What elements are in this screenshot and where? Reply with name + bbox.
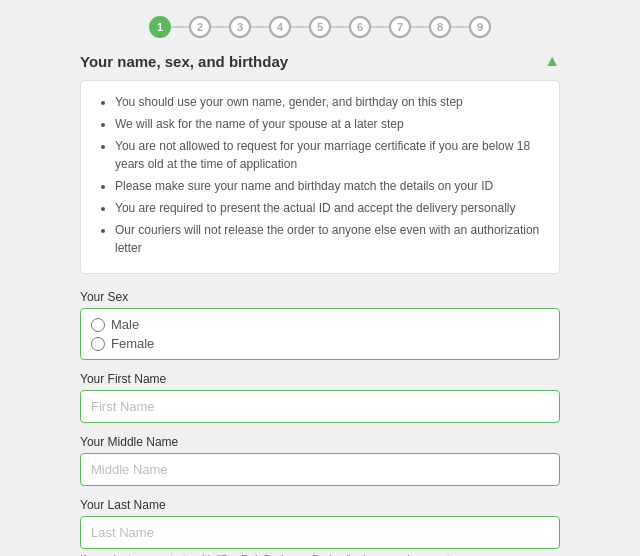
list-item: Please make sure your name and birthday …	[115, 177, 543, 195]
last-name-label: Your Last Name	[80, 498, 560, 512]
first-name-group: Your First Name	[80, 372, 560, 423]
step-2: 2	[189, 16, 211, 38]
sex-female-radio[interactable]	[91, 337, 105, 351]
first-name-label: Your First Name	[80, 372, 560, 386]
sex-female-option[interactable]: Female	[91, 336, 549, 351]
middle-name-input[interactable]	[80, 453, 560, 486]
step-8: 8	[429, 16, 451, 38]
list-item: Our couriers will not release the order …	[115, 221, 543, 257]
step-7: 7	[389, 16, 411, 38]
step-3: 3	[229, 16, 251, 38]
step-4: 4	[269, 16, 291, 38]
section-title: Your name, sex, and birthday	[80, 53, 288, 70]
step-5: 5	[309, 16, 331, 38]
sex-field-group: Your Sex Male Female	[80, 290, 560, 360]
section-header: Your name, sex, and birthday ▲	[80, 52, 560, 70]
list-item: You are not allowed to request for your …	[115, 137, 543, 173]
sex-radio-group: Male Female	[80, 308, 560, 360]
last-name-group: Your Last Name If your last name starts …	[80, 498, 560, 556]
sex-male-radio[interactable]	[91, 318, 105, 332]
sex-female-label: Female	[111, 336, 154, 351]
first-name-input[interactable]	[80, 390, 560, 423]
list-item: You are required to present the actual I…	[115, 199, 543, 217]
step-9: 9	[469, 16, 491, 38]
middle-name-label: Your Middle Name	[80, 435, 560, 449]
step-1: 1	[149, 16, 171, 38]
last-name-input[interactable]	[80, 516, 560, 549]
list-item: We will ask for the name of your spouse …	[115, 115, 543, 133]
sex-label: Your Sex	[80, 290, 560, 304]
sex-male-option[interactable]: Male	[91, 317, 549, 332]
collapse-icon[interactable]: ▲	[544, 52, 560, 70]
info-box: You should use your own name, gender, an…	[80, 80, 560, 274]
sex-male-label: Male	[111, 317, 139, 332]
stepper: 1 2 3 4 5 6 7 8 9	[80, 16, 560, 38]
step-6: 6	[349, 16, 371, 38]
list-item: You should use your own name, gender, an…	[115, 93, 543, 111]
middle-name-group: Your Middle Name	[80, 435, 560, 486]
info-list: You should use your own name, gender, an…	[97, 93, 543, 257]
